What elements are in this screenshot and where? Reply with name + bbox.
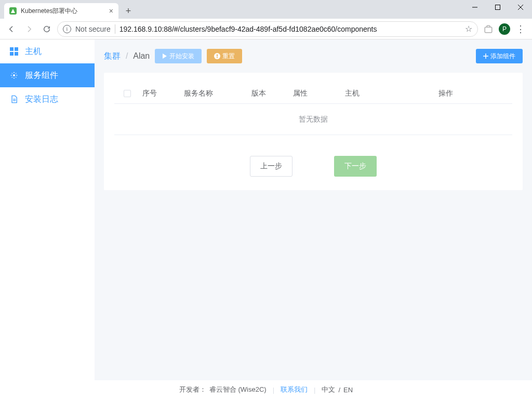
forward-button[interactable] xyxy=(22,22,36,36)
col-operation: 操作 xyxy=(436,89,512,98)
col-version: 版本 xyxy=(249,89,291,98)
button-label: 重置 xyxy=(222,52,235,61)
browser-tab[interactable]: Kubernetes部署中心 × xyxy=(4,3,118,19)
footer-separator: | xyxy=(314,386,315,394)
not-secure-label: Not secure xyxy=(75,25,111,33)
svg-rect-1 xyxy=(496,5,500,10)
svg-marker-12 xyxy=(163,54,167,59)
contact-link[interactable]: 联系我们 xyxy=(281,385,308,394)
svg-rect-4 xyxy=(485,27,492,33)
browser-titlebar: Kubernetes部署中心 × + xyxy=(0,0,532,19)
button-label: 开始安装 xyxy=(169,52,194,61)
footer: 开发者： 睿云智合 (Wise2C) | 联系我们 | 中文 / EN xyxy=(0,380,532,399)
select-all-checkbox[interactable] xyxy=(124,90,131,97)
svg-rect-5 xyxy=(10,47,14,51)
plus-icon xyxy=(483,54,488,59)
sidebar-item-components[interactable]: 服务组件 xyxy=(0,63,95,87)
sidebar-item-label: 主机 xyxy=(25,46,42,57)
sidebar: 主机 服务组件 安装日志 xyxy=(0,39,95,380)
reload-button[interactable] xyxy=(39,22,54,36)
close-tab-icon[interactable]: × xyxy=(109,7,113,15)
breadcrumb: 集群 / Alan xyxy=(104,51,150,62)
start-install-button[interactable]: 开始安装 xyxy=(155,49,202,63)
tab-title: Kubernetes部署中心 xyxy=(21,7,77,16)
address-bar[interactable]: i Not secure 192.168.9.10:88/#/clusters/… xyxy=(57,21,478,37)
lang-slash: / xyxy=(338,386,340,394)
url-text: 192.168.9.10:88/#/clusters/9befacf9-42ad… xyxy=(119,25,377,33)
col-service-name: 服务名称 xyxy=(182,89,249,98)
lang-en[interactable]: EN xyxy=(343,386,353,394)
table-header-row: 序号 服务名称 版本 属性 主机 操作 xyxy=(114,83,512,104)
log-icon xyxy=(9,95,19,104)
button-label: 添加组件 xyxy=(490,52,515,61)
omnibox-separator xyxy=(115,24,115,34)
window-close-button[interactable] xyxy=(509,0,532,15)
empty-text: 暂无数据 xyxy=(299,115,328,124)
col-host: 主机 xyxy=(343,89,436,98)
developer-name: 睿云智合 (Wise2C) xyxy=(209,385,267,394)
sidebar-item-label: 安装日志 xyxy=(25,94,58,105)
next-step-button[interactable]: 下一步 xyxy=(334,156,377,177)
svg-rect-15 xyxy=(217,57,218,58)
breadcrumb-separator: / xyxy=(126,51,128,60)
svg-rect-7 xyxy=(10,52,14,56)
lang-zh[interactable]: 中文 xyxy=(322,385,335,394)
breadcrumb-current: Alan xyxy=(133,51,150,60)
svg-rect-14 xyxy=(217,55,218,57)
svg-point-9 xyxy=(13,74,15,76)
browser-toolbar: i Not secure 192.168.9.10:88/#/clusters/… xyxy=(0,19,532,39)
reset-button[interactable]: 重置 xyxy=(207,49,242,63)
empty-state: 暂无数据 xyxy=(114,104,512,135)
developer-label: 开发者： xyxy=(179,385,206,394)
add-component-button[interactable]: 添加组件 xyxy=(476,49,523,63)
sidebar-item-install-log[interactable]: 安装日志 xyxy=(0,87,95,111)
breadcrumb-root[interactable]: 集群 xyxy=(104,51,121,60)
profile-avatar[interactable]: P xyxy=(499,23,510,35)
sidebar-item-label: 服务组件 xyxy=(25,70,58,81)
back-button[interactable] xyxy=(4,22,19,36)
warning-icon xyxy=(214,53,220,59)
new-tab-button[interactable]: + xyxy=(122,4,135,18)
svg-rect-8 xyxy=(15,52,18,56)
footer-separator: | xyxy=(273,386,274,394)
col-attribute: 属性 xyxy=(291,89,343,98)
window-maximize-button[interactable] xyxy=(486,0,509,15)
bookmark-star-icon[interactable]: ☆ xyxy=(465,24,472,34)
svg-rect-6 xyxy=(15,47,18,51)
prev-step-button[interactable]: 上一步 xyxy=(250,156,292,177)
hosts-icon xyxy=(9,47,19,56)
sidebar-item-hosts[interactable]: 主机 xyxy=(0,39,95,63)
browser-menu-button[interactable]: ⋮ xyxy=(513,22,528,36)
site-info-icon[interactable]: i xyxy=(63,25,71,33)
favicon-icon xyxy=(9,7,17,15)
window-minimize-button[interactable] xyxy=(463,0,486,15)
col-index: 序号 xyxy=(140,89,182,98)
play-icon xyxy=(162,54,167,59)
top-toolbar: 集群 / Alan 开始安装 重置 添加组件 xyxy=(104,49,523,63)
avatar-letter: P xyxy=(502,25,507,33)
extension-icon[interactable] xyxy=(481,22,496,36)
components-icon xyxy=(9,71,19,80)
components-table: 序号 服务名称 版本 属性 主机 操作 暂无数据 xyxy=(114,83,512,135)
components-panel: 序号 服务名称 版本 属性 主机 操作 暂无数据 上一步 下一 xyxy=(104,73,523,190)
